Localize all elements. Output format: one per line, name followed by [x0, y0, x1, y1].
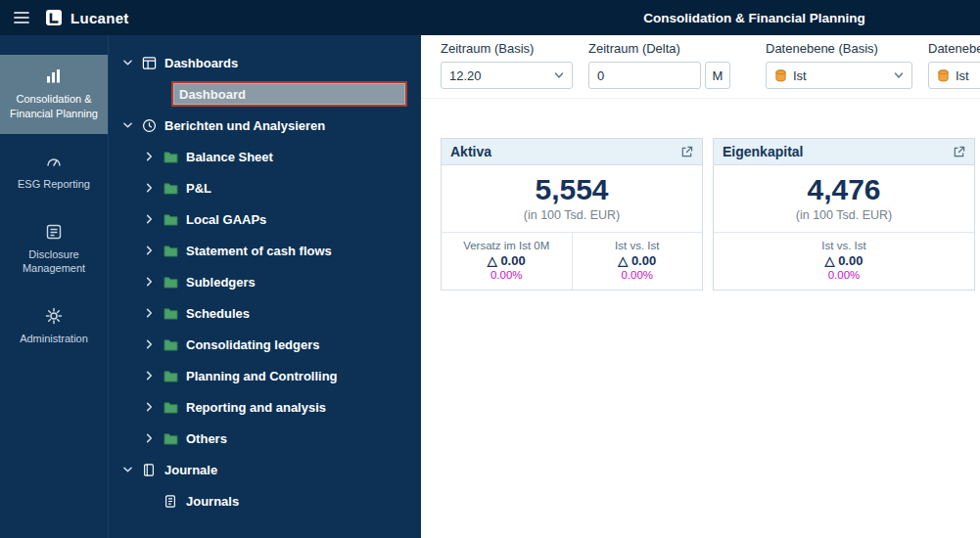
folder-icon	[163, 182, 178, 195]
tree-item-label: Others	[186, 431, 227, 446]
chevron-right-icon[interactable]	[143, 277, 156, 287]
metric-percent: 0.00%	[718, 269, 970, 281]
module-rail: Consolidation & Financial PlanningESG Re…	[0, 35, 108, 538]
metric-ist-vs-ist: Ist vs. Ist△ 0.000.00%	[572, 233, 703, 290]
chevron-right-icon[interactable]	[143, 152, 156, 161]
datalevel-icon	[937, 69, 950, 82]
tree-item-journale[interactable]: Journale	[109, 454, 421, 485]
unit-toggle-button[interactable]: M	[705, 62, 730, 89]
tree-item-statement-of-cash-flows[interactable]: Statement of cash flows	[109, 235, 421, 266]
tree-item-dashboard[interactable]: Dashboard	[171, 81, 407, 107]
tree-item-dashboards[interactable]: Dashboards	[109, 47, 421, 78]
tree-item-p-l[interactable]: P&L	[109, 172, 421, 203]
journal-icon	[163, 494, 178, 509]
filter-group-zeitraum-delta: Zeitraum (Delta)M	[588, 41, 730, 89]
tree-item-reporting-and-analysis[interactable]: Reporting and analysis	[109, 391, 421, 423]
folder-icon	[163, 245, 178, 257]
chevron-right-icon[interactable]	[143, 214, 156, 224]
chevron-down-icon[interactable]	[121, 465, 134, 474]
select-value: Ist	[793, 68, 807, 83]
metric-label: Ist vs. Ist	[718, 240, 970, 251]
chevron-right-icon[interactable]	[143, 339, 156, 349]
select-value: 12.20	[449, 68, 482, 83]
open-external-icon[interactable]	[680, 146, 693, 158]
tree-item-label: Subledgers	[186, 275, 256, 290]
metric-percent: 0.00%	[445, 269, 568, 281]
dashboard-cards: Aktiva5,554(in 100 Tsd. EUR)Versatz im I…	[421, 99, 980, 291]
chevron-right-icon[interactable]	[143, 246, 156, 255]
kpi-card-eigenkapital: Eigenkapital4,476(in 100 Tsd. EUR)Ist vs…	[713, 138, 975, 291]
dashboard-grid-icon	[141, 56, 157, 70]
rail-item-esg-reporting[interactable]: ESG Reporting	[0, 140, 108, 204]
book-icon	[141, 463, 157, 477]
card-value: 5,554	[442, 165, 702, 206]
select-zeitraum-basis[interactable]: 12.20	[441, 62, 573, 89]
card-metrics: Ist vs. Ist△ 0.000.00%	[714, 232, 974, 290]
chevron-right-icon[interactable]	[143, 402, 156, 412]
tree-item-balance-sheet[interactable]: Balance Sheet	[109, 141, 421, 172]
metric-label: Ist vs. Ist	[577, 240, 699, 251]
rail-item-label: Consolidation & Financial Planning	[6, 92, 102, 121]
open-external-icon[interactable]	[953, 146, 965, 158]
card-header: Eigenkapital	[714, 139, 974, 165]
filter-input[interactable]	[597, 68, 692, 83]
hamburger-icon[interactable]	[14, 11, 29, 24]
consolidation-chart-icon	[45, 67, 63, 85]
filter-label: Zeitraum (Basis)	[441, 41, 573, 56]
tree-item-label: Reporting and analysis	[186, 400, 326, 415]
input-zeitraum-delta[interactable]	[588, 62, 701, 89]
rail-item-label: Disclosure Management	[6, 247, 102, 277]
card-title: Aktiva	[450, 144, 491, 159]
chevron-right-icon[interactable]	[143, 433, 156, 443]
chevron-right-icon[interactable]	[143, 308, 156, 318]
folder-icon	[163, 213, 178, 226]
lucanet-logo-icon	[45, 9, 63, 26]
chevron-right-icon[interactable]	[143, 183, 156, 193]
tree-item-local-gaaps[interactable]: Local GAAPs	[109, 203, 421, 235]
tree-item-label: Planning and Controlling	[186, 369, 338, 383]
card-unit: (in 100 Tsd. EUR)	[442, 206, 702, 232]
select-datenebene-delta[interactable]: Ist	[928, 62, 980, 89]
folder-icon	[163, 401, 178, 414]
tree-item-label: Balance Sheet	[186, 150, 273, 164]
filter-label: Zeitraum (Delta)	[588, 41, 730, 56]
metric-ist-vs-ist: Ist vs. Ist△ 0.000.00%	[714, 233, 974, 290]
tree-item-schedules[interactable]: Schedules	[109, 297, 421, 329]
folder-icon	[163, 370, 178, 382]
tree-item-label: Dashboard	[179, 87, 246, 102]
folder-icon	[163, 276, 178, 289]
main-content: Zeitraum (Basis)12.20Zeitraum (Delta)MDa…	[421, 35, 980, 538]
rail-item-disclosure-management[interactable]: Disclosure Management	[0, 210, 108, 290]
metric-delta: △ 0.00	[445, 253, 568, 268]
gear-icon	[45, 307, 63, 325]
chevron-right-icon[interactable]	[143, 371, 156, 381]
card-unit: (in 100 Tsd. EUR)	[714, 206, 974, 232]
metric-percent: 0.00%	[577, 269, 699, 281]
rail-item-administration[interactable]: Administration	[0, 294, 108, 359]
tree-item-label: Journale	[164, 463, 217, 477]
chevron-down-icon[interactable]	[121, 58, 134, 67]
chevron-down-icon[interactable]	[121, 120, 134, 130]
select-datenebene-basis[interactable]: Ist	[766, 62, 912, 89]
filter-group-datenebene-basis: Datenebene (Basis)Ist	[766, 41, 912, 89]
rail-item-label: ESG Reporting	[18, 177, 90, 192]
tree-item-consolidating-ledgers[interactable]: Consolidating ledgers	[109, 329, 421, 360]
esg-gauge-icon	[45, 153, 63, 170]
folder-icon	[163, 307, 178, 320]
tree-item-label: Schedules	[186, 306, 250, 321]
rail-item-consolidation-financial-planning[interactable]: Consolidation & Financial Planning	[0, 55, 108, 134]
clock-icon	[141, 118, 157, 133]
select-value: Ist	[956, 68, 969, 83]
tree-item-berichten-und-analysieren[interactable]: Berichten und Analysieren	[109, 110, 421, 141]
disclosure-document-icon	[45, 223, 63, 241]
tree-item-label: Consolidating ledgers	[186, 337, 320, 352]
tree-item-others[interactable]: Others	[109, 423, 421, 454]
tree-item-subledgers[interactable]: Subledgers	[109, 266, 421, 297]
tree-item-label: P&L	[186, 181, 211, 196]
tree-item-journals[interactable]: Journals	[109, 485, 421, 516]
datalevel-icon	[774, 69, 787, 82]
brand-name: Lucanet	[70, 10, 129, 26]
tree-item-planning-and-controlling[interactable]: Planning and Controlling	[109, 360, 421, 391]
metric-label: Versatz im Ist 0M	[445, 240, 568, 251]
card-value: 4,476	[714, 165, 974, 206]
